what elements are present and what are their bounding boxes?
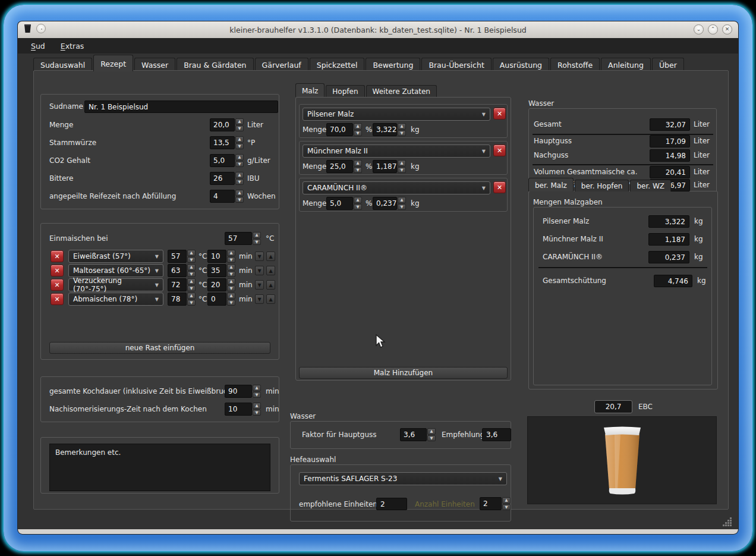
spin-up-icon[interactable]: ▲ bbox=[354, 197, 362, 203]
rast-move-up-button[interactable]: ▲ bbox=[266, 266, 275, 275]
spin-down-icon[interactable]: ▼ bbox=[227, 271, 235, 278]
malt-delete-button[interactable]: ✕ bbox=[493, 145, 506, 156]
add-rast-button[interactable]: neue Rast einfügen bbox=[49, 342, 270, 354]
reifezeit-spinbox[interactable]: 4 ▲▼ bbox=[210, 190, 244, 203]
tab-brau-gaerdaten[interactable]: Brau & Gärdaten bbox=[177, 58, 253, 71]
spin-up-icon[interactable]: ▲ bbox=[227, 293, 235, 299]
menu-sud[interactable]: Sud bbox=[31, 42, 45, 51]
menu-extras[interactable]: Extras bbox=[61, 42, 84, 51]
rast-type-combo[interactable]: Abmaischen (78°)▼ bbox=[68, 293, 163, 306]
window-bottom-frame[interactable] bbox=[18, 529, 738, 534]
rast-move-down-button[interactable]: ▼ bbox=[255, 294, 264, 304]
spin-down-icon[interactable]: ▼ bbox=[235, 197, 244, 203]
spin-up-icon[interactable]: ▲ bbox=[502, 497, 511, 504]
malt-percent-spinbox[interactable]: 5,0▲▼ bbox=[326, 197, 362, 210]
spin-up-icon[interactable]: ▲ bbox=[227, 278, 235, 285]
spin-up-icon[interactable]: ▲ bbox=[235, 136, 244, 143]
tab-wasser[interactable]: Wasser bbox=[134, 58, 175, 71]
spin-down-icon[interactable]: ▼ bbox=[235, 125, 244, 132]
bittere-spinbox[interactable]: 26 ▲▼ bbox=[210, 172, 244, 185]
sudname-input[interactable]: Nr. 1 Beispielsud bbox=[84, 100, 278, 113]
spin-down-icon[interactable]: ▼ bbox=[187, 300, 196, 306]
spin-down-icon[interactable]: ▼ bbox=[187, 271, 196, 278]
spin-up-icon[interactable]: ▲ bbox=[253, 232, 261, 238]
nachiso-spinbox[interactable]: 10 ▲▼ bbox=[225, 403, 261, 416]
hefe-combo[interactable]: Fermentis SAFLAGER S-23▼ bbox=[299, 472, 507, 485]
rast-type-combo[interactable]: Maltoserast (60°-65°)▼ bbox=[68, 264, 163, 277]
spin-down-icon[interactable]: ▼ bbox=[235, 179, 244, 186]
rast-delete-button[interactable]: ✕ bbox=[51, 250, 64, 262]
menge-spinbox[interactable]: 20,0 ▲▼ bbox=[210, 118, 244, 131]
tab-ber-wz[interactable]: ber. WZ bbox=[630, 180, 671, 191]
tab-rohstoffe[interactable]: Rohstoffe bbox=[550, 58, 600, 71]
malt-percent-spinbox[interactable]: 70,0▲▼ bbox=[326, 123, 362, 136]
rast-type-combo[interactable]: Verzuckerung (70°-75°)▼ bbox=[68, 278, 163, 291]
rast-move-down-button[interactable]: ▼ bbox=[255, 266, 264, 275]
spin-up-icon[interactable]: ▲ bbox=[187, 264, 196, 271]
tab-weitere-zutaten[interactable]: Weitere Zutaten bbox=[366, 85, 437, 97]
spin-up-icon[interactable]: ▲ bbox=[427, 428, 436, 435]
malt-kg-spinbox[interactable]: 3,322▲▼ bbox=[373, 123, 406, 136]
spin-up-icon[interactable]: ▲ bbox=[235, 172, 244, 178]
bemerkungen-textarea[interactable]: Bemerkungen etc. bbox=[49, 444, 270, 491]
rast-move-down-button[interactable]: ▼ bbox=[255, 252, 264, 261]
spin-up-icon[interactable]: ▲ bbox=[253, 385, 261, 391]
spin-down-icon[interactable]: ▼ bbox=[227, 285, 235, 292]
spin-down-icon[interactable]: ▼ bbox=[235, 161, 244, 168]
spin-up-icon[interactable]: ▲ bbox=[253, 403, 261, 409]
malt-percent-spinbox[interactable]: 25,0▲▼ bbox=[326, 160, 362, 173]
spin-down-icon[interactable]: ▼ bbox=[253, 392, 261, 398]
malt-combo[interactable]: Münchner Malz II▼ bbox=[303, 145, 490, 158]
tab-ber-hopfen[interactable]: ber. Hopfen bbox=[575, 180, 629, 191]
tab-gaerverlauf[interactable]: Gärverlauf bbox=[255, 58, 308, 71]
spin-down-icon[interactable]: ▼ bbox=[187, 285, 196, 292]
tab-spickzettel[interactable]: Spickzettel bbox=[310, 58, 365, 71]
kochdauer-spinbox[interactable]: 90 ▲▼ bbox=[225, 385, 261, 398]
add-malt-button[interactable]: Malz Hinzufügen bbox=[299, 367, 508, 379]
spin-down-icon[interactable]: ▼ bbox=[227, 257, 235, 263]
anzahl-einheiten-spinbox[interactable]: 2 ▲▼ bbox=[480, 497, 511, 510]
einmaisch-temp-spinbox[interactable]: 57 ▲▼ bbox=[225, 232, 261, 245]
rast-move-up-button[interactable]: ▲ bbox=[266, 252, 275, 261]
spin-up-icon[interactable]: ▲ bbox=[227, 250, 235, 256]
shade-button[interactable]: ⌄ bbox=[694, 24, 704, 34]
spin-up-icon[interactable]: ▲ bbox=[227, 264, 235, 271]
rast-time-spinbox[interactable]: 20▲▼ bbox=[207, 278, 235, 291]
spin-up-icon[interactable]: ▲ bbox=[235, 154, 244, 161]
rast-move-up-button[interactable]: ▲ bbox=[266, 280, 275, 290]
spin-up-icon[interactable]: ▲ bbox=[235, 190, 244, 196]
spin-up-icon[interactable]: ▲ bbox=[187, 250, 196, 256]
spin-down-icon[interactable]: ▼ bbox=[235, 143, 244, 150]
tab-brau-uebersicht[interactable]: Brau-Übersicht bbox=[421, 58, 491, 71]
maximize-button[interactable]: ⌃ bbox=[708, 24, 718, 34]
stammwuerze-spinbox[interactable]: 13,5 ▲▼ bbox=[210, 136, 244, 149]
co2-spinbox[interactable]: 5,0 ▲▼ bbox=[210, 154, 244, 167]
malt-kg-spinbox[interactable]: 1,187▲▼ bbox=[373, 160, 406, 173]
spin-down-icon[interactable]: ▼ bbox=[253, 239, 261, 246]
rast-time-spinbox[interactable]: 10▲▼ bbox=[207, 250, 235, 263]
spin-down-icon[interactable]: ▼ bbox=[502, 504, 511, 511]
rast-time-spinbox[interactable]: 0▲▼ bbox=[207, 293, 235, 306]
spin-up-icon[interactable]: ▲ bbox=[398, 123, 406, 130]
spin-up-icon[interactable]: ▲ bbox=[398, 160, 406, 167]
rast-delete-button[interactable]: ✕ bbox=[51, 279, 64, 291]
spin-up-icon[interactable]: ▲ bbox=[187, 293, 196, 299]
close-button[interactable]: ✕ bbox=[722, 24, 732, 34]
spin-up-icon[interactable]: ▲ bbox=[354, 123, 362, 130]
resize-grip[interactable] bbox=[722, 517, 732, 527]
rast-delete-button[interactable]: ✕ bbox=[51, 293, 64, 305]
rast-temp-spinbox[interactable]: 57▲▼ bbox=[168, 250, 196, 263]
rast-temp-spinbox[interactable]: 72▲▼ bbox=[168, 278, 196, 291]
tab-sudauswahl[interactable]: Sudauswahl bbox=[33, 58, 92, 71]
malt-delete-button[interactable]: ✕ bbox=[493, 181, 506, 193]
spin-down-icon[interactable]: ▼ bbox=[253, 410, 261, 416]
spin-down-icon[interactable]: ▼ bbox=[354, 204, 362, 211]
spin-down-icon[interactable]: ▼ bbox=[227, 300, 235, 306]
tab-anleitung[interactable]: Anleitung bbox=[601, 58, 651, 71]
spin-down-icon[interactable]: ▼ bbox=[354, 167, 362, 174]
spin-down-icon[interactable]: ▼ bbox=[398, 204, 406, 211]
malt-combo[interactable]: Pilsener Malz▼ bbox=[303, 108, 490, 121]
malt-kg-spinbox[interactable]: 0,237▲▼ bbox=[373, 197, 406, 210]
spin-down-icon[interactable]: ▼ bbox=[398, 130, 406, 137]
titlebar[interactable]: kleiner-brauhelfer v1.3.1.0 (Datenbank: … bbox=[18, 21, 738, 38]
